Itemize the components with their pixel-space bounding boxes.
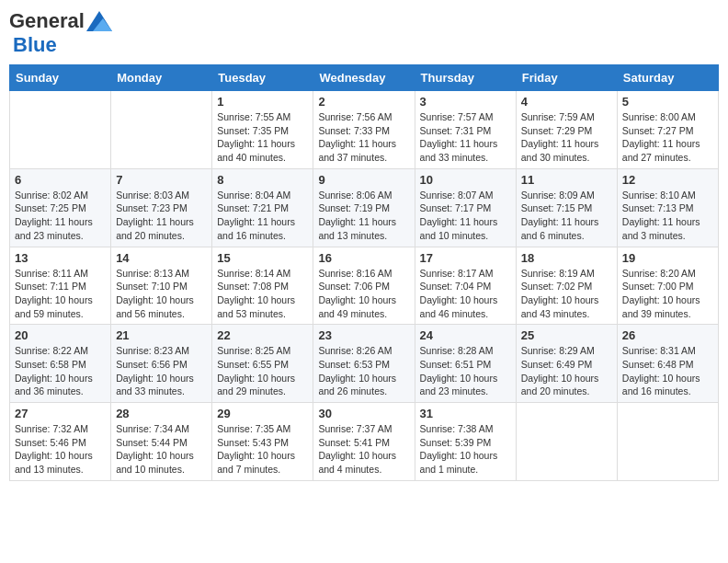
day-number: 2	[318, 95, 409, 109]
day-number: 9	[318, 173, 409, 187]
day-info: Sunrise: 8:00 AM Sunset: 7:27 PM Dayligh…	[622, 110, 713, 165]
calendar-cell: 1Sunrise: 7:55 AM Sunset: 7:35 PM Daylig…	[212, 91, 313, 169]
day-info: Sunrise: 8:06 AM Sunset: 7:19 PM Dayligh…	[318, 189, 409, 243]
day-info: Sunrise: 8:14 AM Sunset: 7:08 PM Dayligh…	[217, 267, 308, 321]
day-number: 14	[116, 251, 207, 265]
day-info: Sunrise: 7:35 AM Sunset: 5:43 PM Dayligh…	[217, 422, 308, 477]
calendar-cell: 22Sunrise: 8:25 AM Sunset: 6:55 PM Dayli…	[212, 325, 313, 403]
calendar-cell: 18Sunrise: 8:19 AM Sunset: 7:02 PM Dayli…	[516, 247, 617, 325]
day-number: 26	[622, 328, 713, 342]
day-number: 12	[622, 173, 713, 187]
day-info: Sunrise: 8:16 AM Sunset: 7:06 PM Dayligh…	[318, 267, 409, 321]
day-info: Sunrise: 8:11 AM Sunset: 7:11 PM Dayligh…	[15, 267, 106, 321]
day-number: 11	[521, 173, 612, 187]
day-number: 3	[420, 95, 511, 109]
calendar-header-wednesday: Wednesday	[313, 65, 415, 91]
day-info: Sunrise: 7:38 AM Sunset: 5:39 PM Dayligh…	[420, 422, 511, 477]
page-header: General Blue	[9, 9, 719, 57]
day-info: Sunrise: 8:20 AM Sunset: 7:00 PM Dayligh…	[622, 267, 713, 321]
day-info: Sunrise: 7:59 AM Sunset: 7:29 PM Dayligh…	[521, 110, 612, 165]
calendar-cell	[617, 403, 718, 481]
day-number: 10	[420, 173, 511, 187]
logo-icon	[86, 11, 112, 31]
day-number: 29	[217, 407, 308, 420]
day-info: Sunrise: 8:22 AM Sunset: 6:58 PM Dayligh…	[15, 344, 106, 398]
day-info: Sunrise: 8:28 AM Sunset: 6:51 PM Dayligh…	[420, 344, 511, 398]
day-info: Sunrise: 8:02 AM Sunset: 7:25 PM Dayligh…	[15, 189, 106, 243]
day-number: 21	[116, 328, 207, 342]
calendar-cell: 8Sunrise: 8:04 AM Sunset: 7:21 PM Daylig…	[212, 168, 313, 247]
calendar-cell: 2Sunrise: 7:56 AM Sunset: 7:33 PM Daylig…	[313, 91, 415, 169]
day-number: 22	[217, 328, 308, 342]
day-info: Sunrise: 8:09 AM Sunset: 7:15 PM Dayligh…	[521, 189, 612, 243]
logo-general-text: General	[9, 9, 85, 33]
day-number: 5	[622, 95, 713, 109]
calendar-cell: 6Sunrise: 8:02 AM Sunset: 7:25 PM Daylig…	[10, 168, 111, 247]
day-info: Sunrise: 8:23 AM Sunset: 6:56 PM Dayligh…	[116, 344, 207, 398]
day-number: 30	[318, 407, 409, 420]
day-info: Sunrise: 7:32 AM Sunset: 5:46 PM Dayligh…	[15, 422, 106, 477]
day-info: Sunrise: 8:17 AM Sunset: 7:04 PM Dayligh…	[420, 267, 511, 321]
day-number: 20	[15, 328, 106, 342]
calendar-cell: 11Sunrise: 8:09 AM Sunset: 7:15 PM Dayli…	[516, 168, 617, 247]
day-number: 28	[116, 407, 207, 420]
calendar-week-5: 27Sunrise: 7:32 AM Sunset: 5:46 PM Dayli…	[10, 403, 719, 481]
calendar-week-1: 1Sunrise: 7:55 AM Sunset: 7:35 PM Daylig…	[10, 91, 719, 169]
calendar-week-4: 20Sunrise: 8:22 AM Sunset: 6:58 PM Dayli…	[10, 325, 719, 403]
calendar-week-2: 6Sunrise: 8:02 AM Sunset: 7:25 PM Daylig…	[10, 168, 719, 247]
calendar-cell: 20Sunrise: 8:22 AM Sunset: 6:58 PM Dayli…	[10, 325, 111, 403]
day-number: 6	[15, 173, 106, 187]
day-info: Sunrise: 7:37 AM Sunset: 5:41 PM Dayligh…	[318, 422, 409, 477]
day-number: 24	[420, 328, 511, 342]
calendar-table: SundayMondayTuesdayWednesdayThursdayFrid…	[9, 64, 719, 481]
calendar-cell: 12Sunrise: 8:10 AM Sunset: 7:13 PM Dayli…	[617, 168, 718, 247]
day-number: 16	[318, 251, 409, 265]
day-number: 4	[521, 95, 612, 109]
day-number: 1	[217, 95, 308, 109]
calendar-cell: 4Sunrise: 7:59 AM Sunset: 7:29 PM Daylig…	[516, 91, 617, 169]
calendar-cell: 9Sunrise: 8:06 AM Sunset: 7:19 PM Daylig…	[313, 168, 415, 247]
calendar-cell: 27Sunrise: 7:32 AM Sunset: 5:46 PM Dayli…	[10, 403, 111, 481]
logo-blue-text: Blue	[13, 33, 57, 57]
calendar-cell: 13Sunrise: 8:11 AM Sunset: 7:11 PM Dayli…	[10, 247, 111, 325]
calendar-cell: 26Sunrise: 8:31 AM Sunset: 6:48 PM Dayli…	[617, 325, 718, 403]
day-number: 31	[420, 407, 511, 420]
calendar-header-friday: Friday	[516, 65, 617, 91]
day-number: 25	[521, 328, 612, 342]
calendar-cell: 28Sunrise: 7:34 AM Sunset: 5:44 PM Dayli…	[111, 403, 212, 481]
day-number: 27	[15, 407, 106, 420]
day-info: Sunrise: 8:29 AM Sunset: 6:49 PM Dayligh…	[521, 344, 612, 398]
day-info: Sunrise: 8:19 AM Sunset: 7:02 PM Dayligh…	[521, 267, 612, 321]
day-info: Sunrise: 7:55 AM Sunset: 7:35 PM Dayligh…	[217, 110, 308, 165]
calendar-header-tuesday: Tuesday	[212, 65, 313, 91]
calendar-cell: 21Sunrise: 8:23 AM Sunset: 6:56 PM Dayli…	[111, 325, 212, 403]
logo: General Blue	[9, 9, 112, 57]
calendar-week-3: 13Sunrise: 8:11 AM Sunset: 7:11 PM Dayli…	[10, 247, 719, 325]
day-info: Sunrise: 8:26 AM Sunset: 6:53 PM Dayligh…	[318, 344, 409, 398]
calendar-cell: 29Sunrise: 7:35 AM Sunset: 5:43 PM Dayli…	[212, 403, 313, 481]
day-number: 19	[622, 251, 713, 265]
calendar-cell: 25Sunrise: 8:29 AM Sunset: 6:49 PM Dayli…	[516, 325, 617, 403]
day-info: Sunrise: 8:31 AM Sunset: 6:48 PM Dayligh…	[622, 344, 713, 398]
day-info: Sunrise: 7:56 AM Sunset: 7:33 PM Dayligh…	[318, 110, 409, 165]
day-info: Sunrise: 8:13 AM Sunset: 7:10 PM Dayligh…	[116, 267, 207, 321]
day-number: 8	[217, 173, 308, 187]
calendar-cell: 3Sunrise: 7:57 AM Sunset: 7:31 PM Daylig…	[415, 91, 516, 169]
day-number: 18	[521, 251, 612, 265]
day-info: Sunrise: 8:04 AM Sunset: 7:21 PM Dayligh…	[217, 189, 308, 243]
calendar-cell: 7Sunrise: 8:03 AM Sunset: 7:23 PM Daylig…	[111, 168, 212, 247]
calendar-cell: 15Sunrise: 8:14 AM Sunset: 7:08 PM Dayli…	[212, 247, 313, 325]
calendar-cell: 16Sunrise: 8:16 AM Sunset: 7:06 PM Dayli…	[313, 247, 415, 325]
calendar-cell: 23Sunrise: 8:26 AM Sunset: 6:53 PM Dayli…	[313, 325, 415, 403]
calendar-cell: 31Sunrise: 7:38 AM Sunset: 5:39 PM Dayli…	[415, 403, 516, 481]
day-number: 7	[116, 173, 207, 187]
day-number: 23	[318, 328, 409, 342]
calendar-header-thursday: Thursday	[415, 65, 516, 91]
calendar-header-monday: Monday	[111, 65, 212, 91]
calendar-cell	[10, 91, 111, 169]
day-info: Sunrise: 7:34 AM Sunset: 5:44 PM Dayligh…	[116, 422, 207, 477]
calendar-cell: 5Sunrise: 8:00 AM Sunset: 7:27 PM Daylig…	[617, 91, 718, 169]
day-number: 17	[420, 251, 511, 265]
calendar-cell: 10Sunrise: 8:07 AM Sunset: 7:17 PM Dayli…	[415, 168, 516, 247]
day-number: 13	[15, 251, 106, 265]
